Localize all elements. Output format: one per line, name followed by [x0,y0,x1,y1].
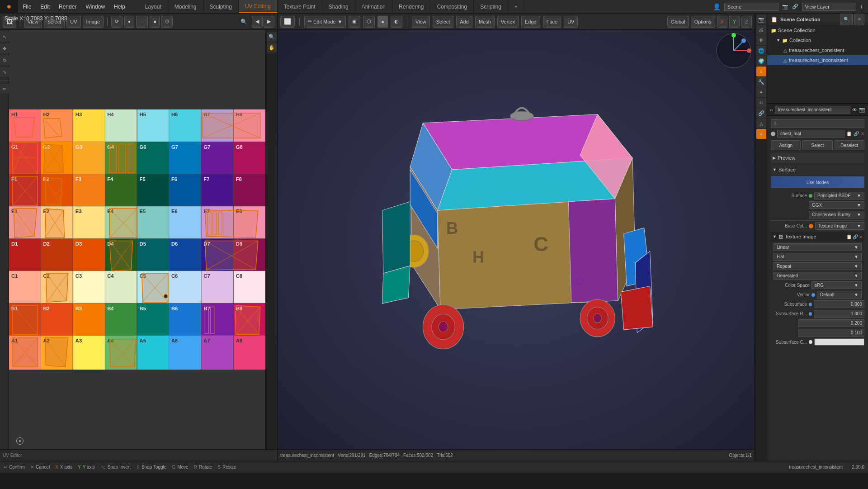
uv-island-select[interactable]: ⬡ [161,16,173,28]
tab-animation[interactable]: Animation [355,0,392,13]
outliner-collection-item[interactable]: ▼ 📁 Collection [767,35,868,45]
uv-image-menu[interactable]: Image [83,16,104,28]
menu-help[interactable]: Help [109,0,130,13]
viewport-options-btn[interactable]: Options [691,16,715,28]
axis-y[interactable]: Y [729,16,740,28]
viewport-vertex-menu[interactable]: Vertex [497,16,519,28]
uv-tool-cursor[interactable]: ↖ [0,32,9,42]
uv-edge-select[interactable]: — [136,16,148,28]
prop-tab-data[interactable]: △ [756,119,766,128]
menu-window[interactable]: Window [81,0,109,13]
christensen-dropdown[interactable]: Christensen-Burley ▼ [809,211,864,218]
outliner-mesh-consistent[interactable]: △ treasurechest_consistent [767,45,868,55]
texture-image-dropdown[interactable]: Texture Image ▼ [815,222,864,230]
viewport-select-menu[interactable]: Select [433,16,454,28]
eye-icon[interactable]: 👁 [852,107,857,113]
tab-shading[interactable]: Shading [322,0,355,13]
tab-sculpting[interactable]: Sculpting [203,0,239,13]
use-nodes-button[interactable]: Use Nodes [771,176,864,188]
uv-prev[interactable]: ◀ [252,16,263,28]
outliner-filter[interactable]: ≡ [854,14,864,25]
viewport-edge-menu[interactable]: Edge [521,16,540,28]
generated-dropdown[interactable]: Generated ▼ [774,272,862,280]
subsurface-c-swatch[interactable] [814,338,864,346]
confirm-label[interactable]: Confirm [9,465,25,470]
menu-file[interactable]: File [18,0,36,13]
val-0100-input[interactable]: 0.100 [798,329,864,337]
tab-texture-paint[interactable]: Texture Paint [278,0,322,13]
prop-tab-modifier[interactable]: 🔧 [756,77,766,87]
prop-tab-constraints[interactable]: 🔗 [756,108,766,118]
subsurface-input[interactable]: 0.000 [814,300,864,308]
viewport-canvas[interactable]: B H C ○ [278,30,755,449]
prop-tab-output[interactable]: 🖨 [756,25,766,35]
render-icon[interactable]: 📷 [859,107,865,113]
add-workspace-icon[interactable]: + [860,3,863,10]
subsurface-r-input[interactable]: 1.000 [814,310,864,318]
uv-tool-annotate[interactable]: ✏ [0,84,9,94]
axis-x[interactable]: X [717,16,727,28]
outliner-search[interactable]: 🔍 [840,14,853,25]
snap-invert-label[interactable]: Snap Invert [108,465,131,470]
link-icon[interactable]: 🔗 [854,131,859,136]
color-space-dropdown[interactable]: sRG ▼ [811,281,862,289]
viewport-overlay-toggle[interactable]: ◉ [349,16,360,28]
outliner-scene-collection[interactable]: 📁 Scene Collection [767,25,868,35]
prop-tab-render[interactable]: 📷 [756,14,766,24]
uv-sync-btn[interactable]: ⟳ [111,16,123,28]
axis-z[interactable]: Z [741,16,752,28]
tab-uv-editing[interactable]: UV Editing [239,0,278,13]
prop-tab-object[interactable]: ○ [756,66,766,76]
prop-tab-particle[interactable]: ✦ [756,87,766,97]
flat-dropdown[interactable]: Flat ▼ [774,253,862,261]
tab-scripting[interactable]: Scripting [474,0,508,13]
uv-canvas[interactable]: H1 H2 H3 H4 H5 H6 H7 H8 G1 G2 G3 G4 G6 G… [9,30,265,449]
vector-dropdown[interactable]: Default ▼ [817,291,862,299]
viewport-rendered-toggle[interactable]: ◐ [391,16,402,28]
prop-tab-physics[interactable]: ≋ [756,98,766,108]
tab-layout[interactable]: Layout [139,0,168,13]
uv-tool-rotate[interactable]: ↻ [0,55,9,65]
viewport-mode-selector[interactable]: ✏ Edit Mode ▼ [304,16,346,28]
prop-tab-world[interactable]: 🌍 [756,56,766,66]
uv-vertex-select[interactable]: ● [124,16,134,28]
viewport-uv-menu[interactable]: UV [564,16,578,28]
rotate-label[interactable]: Rotate [199,465,212,470]
tab-add[interactable]: + [508,0,524,13]
prop-tab-scene[interactable]: 🌐 [756,46,766,56]
val-0200-input[interactable]: 0.200 [798,319,864,327]
assign-button[interactable]: Assign [771,140,801,150]
copy-icon[interactable]: 📋 [846,131,852,136]
resize-label[interactable]: Resize [222,465,236,470]
y-axis-label[interactable]: Y axis [83,465,95,470]
scene-selector[interactable]: Scene [724,3,778,11]
viewport-shading-selector[interactable]: Global [667,16,689,28]
preview-section-header[interactable]: ▶ Preview [771,153,864,163]
texture-section-header[interactable]: ▼ 🖼 Texture Image 📋 🔗 ✕ [771,232,864,242]
ggx-dropdown[interactable]: GGX ▼ [809,201,864,209]
uv-uv-menu[interactable]: UV [66,16,80,28]
texture-link-icon[interactable]: 🔗 [853,234,858,239]
surface-type-dropdown[interactable]: Principled BSDF ▼ [814,192,864,199]
uv-zoom-in[interactable]: 🔍 [267,32,277,42]
material-name-field[interactable]: chest_mat [777,130,844,138]
view-layer-selector[interactable]: View Layer [802,3,856,11]
move-label[interactable]: Move [177,465,188,470]
menu-render[interactable]: Render [54,0,81,13]
surface-section-header[interactable]: ▼ Surface [771,165,864,175]
linear-dropdown[interactable]: Linear ▼ [774,243,862,251]
uv-tool-scale[interactable]: ⤡ [0,67,9,77]
viewport-solid-toggle[interactable]: ● [377,16,388,28]
viewport-wireframe-toggle[interactable]: ⬡ [363,16,375,28]
outliner-mesh-inconsistent[interactable]: △ treasurechest_inconsistent [767,55,868,65]
viewport-add-menu[interactable]: Add [456,16,472,28]
viewport-editor-type[interactable]: ⬜ [280,16,295,28]
texture-copy-icon[interactable]: 📋 [846,234,852,239]
select-button[interactable]: Select [802,140,832,150]
viewport-face-menu[interactable]: Face [543,16,561,28]
uv-face-select[interactable]: ■ [150,16,160,28]
prop-tab-material[interactable]: ● [756,129,766,139]
snap-toggle-label[interactable]: Snap Toggle [142,465,166,470]
tab-modeling[interactable]: Modeling [168,0,203,13]
tab-compositing[interactable]: Compositing [430,0,474,13]
